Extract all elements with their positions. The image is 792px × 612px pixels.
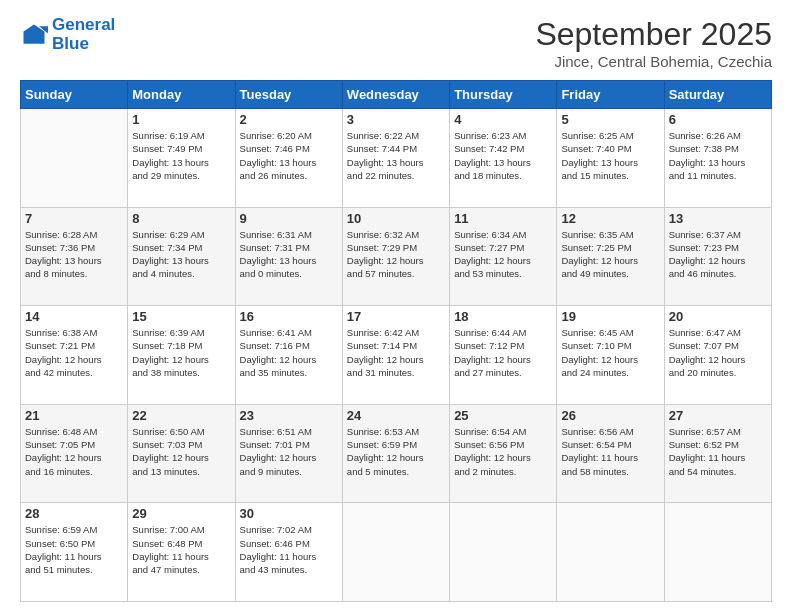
table-row: 6Sunrise: 6:26 AMSunset: 7:38 PMDaylight… xyxy=(664,109,771,208)
day-info: Sunrise: 6:50 AMSunset: 7:03 PMDaylight:… xyxy=(132,425,230,478)
day-info: Sunrise: 6:29 AMSunset: 7:34 PMDaylight:… xyxy=(132,228,230,281)
day-number: 25 xyxy=(454,408,552,423)
day-info: Sunrise: 7:00 AMSunset: 6:48 PMDaylight:… xyxy=(132,523,230,576)
day-info: Sunrise: 6:54 AMSunset: 6:56 PMDaylight:… xyxy=(454,425,552,478)
table-row: 17Sunrise: 6:42 AMSunset: 7:14 PMDayligh… xyxy=(342,306,449,405)
logo-text: General Blue xyxy=(52,16,115,53)
day-number: 28 xyxy=(25,506,123,521)
title-section: September 2025 Jince, Central Bohemia, C… xyxy=(535,16,772,70)
table-row: 25Sunrise: 6:54 AMSunset: 6:56 PMDayligh… xyxy=(450,404,557,503)
table-row: 19Sunrise: 6:45 AMSunset: 7:10 PMDayligh… xyxy=(557,306,664,405)
table-row xyxy=(342,503,449,602)
table-row: 18Sunrise: 6:44 AMSunset: 7:12 PMDayligh… xyxy=(450,306,557,405)
day-number: 30 xyxy=(240,506,338,521)
day-number: 17 xyxy=(347,309,445,324)
col-thursday: Thursday xyxy=(450,81,557,109)
table-row: 13Sunrise: 6:37 AMSunset: 7:23 PMDayligh… xyxy=(664,207,771,306)
day-info: Sunrise: 6:31 AMSunset: 7:31 PMDaylight:… xyxy=(240,228,338,281)
day-number: 15 xyxy=(132,309,230,324)
day-number: 6 xyxy=(669,112,767,127)
table-row: 11Sunrise: 6:34 AMSunset: 7:27 PMDayligh… xyxy=(450,207,557,306)
day-number: 4 xyxy=(454,112,552,127)
table-row: 10Sunrise: 6:32 AMSunset: 7:29 PMDayligh… xyxy=(342,207,449,306)
day-number: 7 xyxy=(25,211,123,226)
day-number: 20 xyxy=(669,309,767,324)
table-row: 29Sunrise: 7:00 AMSunset: 6:48 PMDayligh… xyxy=(128,503,235,602)
day-number: 3 xyxy=(347,112,445,127)
table-row: 3Sunrise: 6:22 AMSunset: 7:44 PMDaylight… xyxy=(342,109,449,208)
day-number: 16 xyxy=(240,309,338,324)
day-info: Sunrise: 6:22 AMSunset: 7:44 PMDaylight:… xyxy=(347,129,445,182)
table-row: 24Sunrise: 6:53 AMSunset: 6:59 PMDayligh… xyxy=(342,404,449,503)
table-row: 2Sunrise: 6:20 AMSunset: 7:46 PMDaylight… xyxy=(235,109,342,208)
day-number: 11 xyxy=(454,211,552,226)
day-info: Sunrise: 6:37 AMSunset: 7:23 PMDaylight:… xyxy=(669,228,767,281)
day-info: Sunrise: 6:19 AMSunset: 7:49 PMDaylight:… xyxy=(132,129,230,182)
day-info: Sunrise: 6:39 AMSunset: 7:18 PMDaylight:… xyxy=(132,326,230,379)
day-number: 9 xyxy=(240,211,338,226)
day-number: 27 xyxy=(669,408,767,423)
day-number: 18 xyxy=(454,309,552,324)
day-info: Sunrise: 6:32 AMSunset: 7:29 PMDaylight:… xyxy=(347,228,445,281)
header: General Blue September 2025 Jince, Centr… xyxy=(20,16,772,70)
table-row xyxy=(557,503,664,602)
day-info: Sunrise: 6:44 AMSunset: 7:12 PMDaylight:… xyxy=(454,326,552,379)
day-info: Sunrise: 6:59 AMSunset: 6:50 PMDaylight:… xyxy=(25,523,123,576)
table-row: 20Sunrise: 6:47 AMSunset: 7:07 PMDayligh… xyxy=(664,306,771,405)
calendar-table: Sunday Monday Tuesday Wednesday Thursday… xyxy=(20,80,772,602)
table-row: 15Sunrise: 6:39 AMSunset: 7:18 PMDayligh… xyxy=(128,306,235,405)
col-tuesday: Tuesday xyxy=(235,81,342,109)
day-info: Sunrise: 6:25 AMSunset: 7:40 PMDaylight:… xyxy=(561,129,659,182)
col-sunday: Sunday xyxy=(21,81,128,109)
day-info: Sunrise: 6:56 AMSunset: 6:54 PMDaylight:… xyxy=(561,425,659,478)
table-row: 28Sunrise: 6:59 AMSunset: 6:50 PMDayligh… xyxy=(21,503,128,602)
day-info: Sunrise: 7:02 AMSunset: 6:46 PMDaylight:… xyxy=(240,523,338,576)
day-info: Sunrise: 6:45 AMSunset: 7:10 PMDaylight:… xyxy=(561,326,659,379)
table-row: 9Sunrise: 6:31 AMSunset: 7:31 PMDaylight… xyxy=(235,207,342,306)
table-row: 30Sunrise: 7:02 AMSunset: 6:46 PMDayligh… xyxy=(235,503,342,602)
day-info: Sunrise: 6:51 AMSunset: 7:01 PMDaylight:… xyxy=(240,425,338,478)
day-number: 8 xyxy=(132,211,230,226)
day-number: 2 xyxy=(240,112,338,127)
table-row: 23Sunrise: 6:51 AMSunset: 7:01 PMDayligh… xyxy=(235,404,342,503)
table-row: 7Sunrise: 6:28 AMSunset: 7:36 PMDaylight… xyxy=(21,207,128,306)
col-wednesday: Wednesday xyxy=(342,81,449,109)
day-number: 26 xyxy=(561,408,659,423)
calendar-header-row: Sunday Monday Tuesday Wednesday Thursday… xyxy=(21,81,772,109)
calendar-week-row: 7Sunrise: 6:28 AMSunset: 7:36 PMDaylight… xyxy=(21,207,772,306)
day-number: 12 xyxy=(561,211,659,226)
table-row: 21Sunrise: 6:48 AMSunset: 7:05 PMDayligh… xyxy=(21,404,128,503)
day-info: Sunrise: 6:23 AMSunset: 7:42 PMDaylight:… xyxy=(454,129,552,182)
day-info: Sunrise: 6:47 AMSunset: 7:07 PMDaylight:… xyxy=(669,326,767,379)
day-number: 29 xyxy=(132,506,230,521)
table-row: 4Sunrise: 6:23 AMSunset: 7:42 PMDaylight… xyxy=(450,109,557,208)
day-number: 24 xyxy=(347,408,445,423)
day-number: 1 xyxy=(132,112,230,127)
day-number: 10 xyxy=(347,211,445,226)
table-row: 8Sunrise: 6:29 AMSunset: 7:34 PMDaylight… xyxy=(128,207,235,306)
table-row: 27Sunrise: 6:57 AMSunset: 6:52 PMDayligh… xyxy=(664,404,771,503)
table-row: 26Sunrise: 6:56 AMSunset: 6:54 PMDayligh… xyxy=(557,404,664,503)
table-row: 5Sunrise: 6:25 AMSunset: 7:40 PMDaylight… xyxy=(557,109,664,208)
table-row: 16Sunrise: 6:41 AMSunset: 7:16 PMDayligh… xyxy=(235,306,342,405)
table-row: 22Sunrise: 6:50 AMSunset: 7:03 PMDayligh… xyxy=(128,404,235,503)
day-info: Sunrise: 6:20 AMSunset: 7:46 PMDaylight:… xyxy=(240,129,338,182)
table-row xyxy=(664,503,771,602)
table-row xyxy=(21,109,128,208)
day-number: 22 xyxy=(132,408,230,423)
page: General Blue September 2025 Jince, Centr… xyxy=(0,0,792,612)
logo-icon xyxy=(20,21,48,49)
day-number: 14 xyxy=(25,309,123,324)
logo: General Blue xyxy=(20,16,115,53)
table-row: 14Sunrise: 6:38 AMSunset: 7:21 PMDayligh… xyxy=(21,306,128,405)
day-info: Sunrise: 6:26 AMSunset: 7:38 PMDaylight:… xyxy=(669,129,767,182)
col-monday: Monday xyxy=(128,81,235,109)
day-number: 23 xyxy=(240,408,338,423)
col-saturday: Saturday xyxy=(664,81,771,109)
day-info: Sunrise: 6:35 AMSunset: 7:25 PMDaylight:… xyxy=(561,228,659,281)
day-info: Sunrise: 6:57 AMSunset: 6:52 PMDaylight:… xyxy=(669,425,767,478)
day-number: 5 xyxy=(561,112,659,127)
day-info: Sunrise: 6:48 AMSunset: 7:05 PMDaylight:… xyxy=(25,425,123,478)
calendar-week-row: 1Sunrise: 6:19 AMSunset: 7:49 PMDaylight… xyxy=(21,109,772,208)
month-title: September 2025 xyxy=(535,16,772,53)
